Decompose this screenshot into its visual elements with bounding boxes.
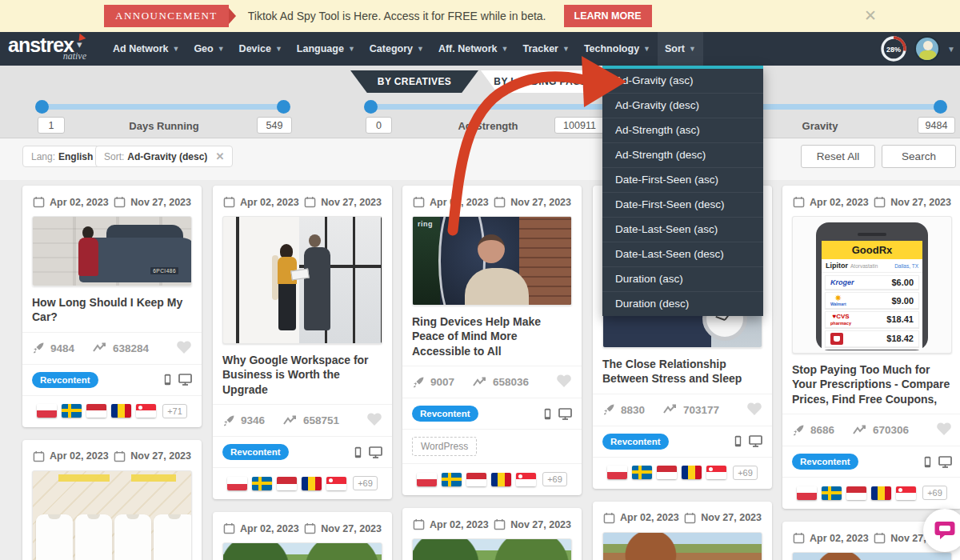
more-flags-count[interactable]: +71 (162, 404, 187, 418)
heart-icon[interactable] (556, 374, 572, 390)
ad-title[interactable]: How Long Should I Keep My Car? (32, 295, 192, 325)
date-first-seen: Apr 02, 2023 (50, 450, 109, 462)
heart-icon[interactable] (366, 412, 382, 429)
ad-image-office[interactable] (222, 216, 382, 344)
avatar[interactable] (914, 36, 940, 62)
nav-item-device[interactable]: Device▼ (232, 32, 290, 66)
sort-option[interactable]: Duration (asc) (602, 266, 763, 291)
sort-option[interactable]: Date-Last-Seen (desc) (602, 242, 763, 266)
ad-strength-min-handle[interactable] (364, 100, 378, 114)
usage-progress-ring[interactable]: 28% (880, 35, 907, 62)
ad-title[interactable]: Ring Devices Help Make Peace of Mind Mor… (412, 314, 572, 358)
sort-option[interactable]: Date-Last-Seen (asc) (602, 217, 763, 242)
flag-sweden-icon (252, 477, 272, 490)
days-running-max-handle[interactable] (277, 100, 290, 114)
sort-option[interactable]: Ad-Strength (asc) (602, 118, 763, 142)
price-row: ✷Walmart$9.00 (825, 292, 919, 309)
nav-item-aff-network[interactable]: Aff. Network▼ (431, 32, 516, 66)
ad-card[interactable]: Apr 02, 2023 Nov 27, 2023 (593, 502, 772, 560)
nav-item-ad-network[interactable]: Ad Network▼ (106, 32, 186, 66)
nav-item-language[interactable]: Language▼ (290, 32, 362, 66)
heart-icon[interactable] (176, 340, 192, 357)
more-flags-count[interactable]: +69 (733, 466, 758, 480)
ad-card[interactable]: Apr 02, 2023 Nov 27, 2023 ring Ring Devi… (402, 186, 582, 495)
ad-card[interactable]: Apr 02, 2023 Nov 27, 2023 (213, 512, 392, 560)
gravity-max-handle[interactable] (934, 100, 947, 114)
sort-option[interactable]: Ad-Gravity (asc) (602, 69, 763, 93)
ad-card[interactable]: Apr 02, 2023 Nov 27, 2023 GAN STAARTANS … (22, 440, 202, 560)
sort-option[interactable]: Duration (desc) (602, 291, 763, 316)
network-badge[interactable]: Revcontent (222, 444, 289, 460)
heart-icon[interactable] (746, 402, 762, 418)
page: ANNOUNCEMENT Tiktok Ad Spy Tool is Here.… (0, 0, 960, 560)
cvs-logo: ♥CVSpharmacy (830, 314, 851, 326)
ad-card[interactable]: Apr 02, 2023 Nov 27, 2023 Why Google Wor… (213, 186, 392, 499)
close-icon[interactable]: ✕ (864, 6, 877, 25)
more-flags-count[interactable]: +69 (353, 476, 378, 490)
ad-card[interactable]: Apr 02, 2023 Nov 27, 2023 6PCI486 How Lo… (22, 186, 202, 427)
ad-title[interactable]: Stop Paying Too Much for Your Prescripti… (792, 362, 952, 406)
ad-title[interactable]: The Close Relationship Between Stress an… (602, 357, 762, 386)
gravity-max-input[interactable] (918, 117, 955, 134)
network-badge[interactable]: Revcontent (602, 434, 669, 450)
ad-image-goodrx[interactable]: GoodRx Lipitor Atorvastatin Dallas, TX K… (792, 216, 952, 354)
trend-line-icon (283, 415, 298, 426)
ad-strength-slider-track[interactable] (370, 104, 606, 110)
date-first-seen: Apr 02, 2023 (240, 523, 299, 534)
date-first-seen: Apr 02, 2023 (810, 533, 869, 544)
device-icons (924, 456, 952, 468)
ad-image-ring-doorbell[interactable]: ring (412, 216, 572, 306)
sort-option[interactable]: Ad-Gravity (desc) (602, 93, 763, 118)
technology-chip[interactable]: WordPress (412, 437, 477, 456)
days-running-slider-track[interactable] (42, 104, 284, 110)
network-badge[interactable]: Revcontent (32, 372, 98, 388)
flag-romania-icon (682, 466, 702, 479)
sort-option[interactable]: Ad-Strength (desc) (602, 142, 763, 167)
days-running-min-handle[interactable] (35, 100, 49, 114)
ad-image[interactable] (792, 552, 952, 560)
ad-title[interactable]: Why Google Workspace for Business is Wor… (222, 353, 382, 397)
nav-item-sort[interactable]: Sort▼ (658, 32, 703, 66)
ad-image-car[interactable]: 6PCI486 (32, 216, 192, 286)
date-last-seen: Nov 27, 2023 (130, 450, 191, 462)
calendar-icon (874, 532, 886, 544)
remove-chip-icon[interactable]: ✕ (215, 150, 224, 162)
nav-item-geo[interactable]: Geo▼ (186, 32, 231, 66)
chat-widget-button[interactable] (923, 509, 960, 552)
calendar-icon (874, 196, 886, 208)
ad-card[interactable]: Apr 02, 2023 Nov 27, 2023 (402, 508, 582, 560)
ad-image[interactable] (412, 538, 572, 560)
heart-icon[interactable] (936, 422, 952, 438)
days-running-max-input[interactable] (257, 117, 292, 134)
sort-option[interactable]: Date-First-Seen (asc) (602, 167, 763, 192)
nav-item-technology[interactable]: Technology▼ (577, 32, 658, 66)
chevron-down-icon[interactable]: ▼ (947, 45, 955, 54)
ad-image-tshirts[interactable]: GAN STAARTANS OWA STATCYCLONES UNCTAR HE… (32, 470, 192, 560)
chevron-down-icon: ▼ (502, 45, 509, 53)
search-button[interactable]: Search (882, 145, 956, 168)
tab-by-landing-pages[interactable]: BY LANDING PAGES (481, 70, 607, 93)
rocket-icon (792, 424, 805, 437)
learn-more-button[interactable]: LEARN MORE (564, 5, 652, 27)
drug-location: Dallas, TX (894, 263, 918, 269)
date-last-seen: Nov 27, 2023 (701, 512, 762, 523)
gravity-value: 8830 (621, 404, 645, 416)
date-range: Apr 02, 2023 Nov 27, 2023 (32, 194, 192, 208)
nav-item-tracker[interactable]: Tracker▼ (515, 32, 576, 66)
ad-image[interactable] (222, 542, 382, 560)
network-badge[interactable]: Revcontent (792, 454, 858, 470)
sort-option[interactable]: Date-First-Seen (desc) (602, 192, 763, 217)
more-flags-count[interactable]: +69 (542, 472, 567, 486)
nav-item-category[interactable]: Category▼ (362, 32, 431, 66)
gravity-slider-track[interactable] (756, 104, 942, 110)
reset-all-button[interactable]: Reset All (801, 145, 875, 168)
phone-speaker (858, 233, 886, 236)
network-badge[interactable]: Revcontent (412, 406, 478, 422)
tab-by-creatives[interactable]: BY CREATIVES (350, 70, 478, 93)
filter-chip-sort[interactable]: Sort: Ad-Gravity (desc) ✕ (95, 146, 233, 167)
ad-image[interactable] (602, 532, 762, 560)
logo[interactable]: anstrex ▾ native (8, 36, 102, 62)
ad-card[interactable]: Apr 02, 2023 Nov 27, 2023 GoodRx Lipitor… (782, 186, 960, 509)
more-flags-count[interactable]: +69 (922, 486, 947, 500)
ad-strength-max-input[interactable] (554, 117, 605, 134)
